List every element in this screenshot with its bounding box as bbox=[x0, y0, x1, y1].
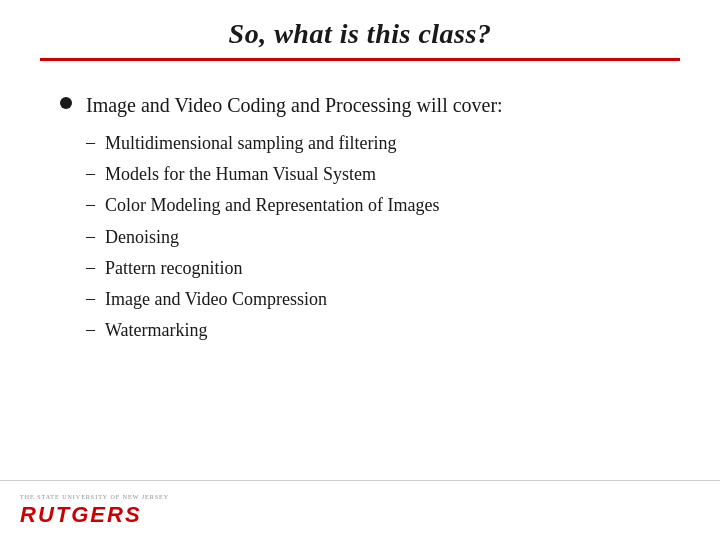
dash-icon: – bbox=[86, 163, 95, 184]
sub-list: – Multidimensional sampling and filterin… bbox=[86, 131, 660, 343]
sub-item-text: Multidimensional sampling and filtering bbox=[105, 131, 396, 156]
sub-item-text: Models for the Human Visual System bbox=[105, 162, 376, 187]
slide-title: So, what is this class? bbox=[40, 18, 680, 50]
list-item: – Models for the Human Visual System bbox=[86, 162, 660, 187]
rutgers-name: RUTGERS bbox=[20, 502, 142, 528]
title-area: So, what is this class? bbox=[0, 0, 720, 61]
dash-icon: – bbox=[86, 257, 95, 278]
main-bullet-text: Image and Video Coding and Processing wi… bbox=[86, 91, 503, 119]
rutgers-logo: THE STATE UNIVERSITY OF NEW JERSEY RUTGE… bbox=[20, 494, 169, 528]
list-item: – Watermarking bbox=[86, 318, 660, 343]
sub-item-text: Denoising bbox=[105, 225, 179, 250]
footer: THE STATE UNIVERSITY OF NEW JERSEY RUTGE… bbox=[0, 480, 720, 540]
content-area: Image and Video Coding and Processing wi… bbox=[0, 61, 720, 540]
list-item: – Denoising bbox=[86, 225, 660, 250]
bullet-icon bbox=[60, 97, 72, 109]
rutgers-tagline: THE STATE UNIVERSITY OF NEW JERSEY bbox=[20, 494, 169, 500]
dash-icon: – bbox=[86, 288, 95, 309]
sub-item-text: Image and Video Compression bbox=[105, 287, 327, 312]
dash-icon: – bbox=[86, 194, 95, 215]
sub-item-text: Watermarking bbox=[105, 318, 208, 343]
list-item: – Multidimensional sampling and filterin… bbox=[86, 131, 660, 156]
list-item: – Pattern recognition bbox=[86, 256, 660, 281]
sub-item-text: Color Modeling and Representation of Ima… bbox=[105, 193, 439, 218]
dash-icon: – bbox=[86, 132, 95, 153]
sub-item-text: Pattern recognition bbox=[105, 256, 242, 281]
dash-icon: – bbox=[86, 319, 95, 340]
main-bullet: Image and Video Coding and Processing wi… bbox=[60, 91, 660, 119]
slide: So, what is this class? Image and Video … bbox=[0, 0, 720, 540]
dash-icon: – bbox=[86, 226, 95, 247]
list-item: – Color Modeling and Representation of I… bbox=[86, 193, 660, 218]
list-item: – Image and Video Compression bbox=[86, 287, 660, 312]
